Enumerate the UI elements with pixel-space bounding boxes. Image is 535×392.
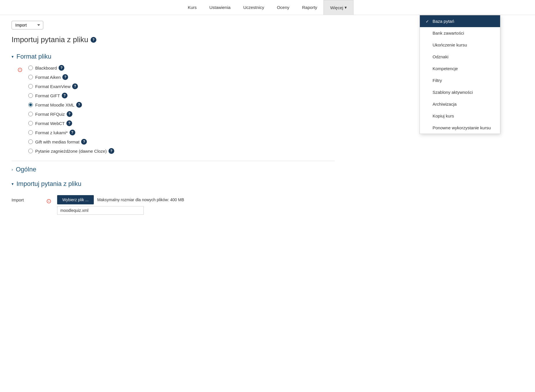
dropdown-item-baza-pytan[interactable]: ✓ Baza pytań	[420, 15, 500, 27]
radio-rfquiz[interactable]	[28, 112, 33, 116]
gift-medias-help-icon[interactable]: ?	[81, 139, 87, 145]
radio-cloze[interactable]	[28, 149, 33, 153]
radio-blackboard[interactable]	[28, 66, 33, 70]
radio-z-lukami-label: Format z lukami* ?	[35, 130, 75, 135]
format-pliku-content: ⊙ Blackboard ? Format Aiken ?	[12, 65, 335, 154]
radio-cloze-label: Pytanie zagnieżdżone (dawne Cloze) ?	[35, 148, 114, 154]
radio-webct[interactable]	[28, 121, 33, 126]
format-pliku-title: Format pliku	[16, 53, 51, 60]
wiecej-dropdown: ✓ Baza pytań Bank zawartości Ukończenie …	[420, 15, 500, 134]
moodle-xml-help-icon[interactable]: ?	[76, 102, 82, 108]
list-item: Blackboard ?	[28, 65, 114, 71]
dropdown-item-ukonczenie-kursu[interactable]: Ukończenie kursu	[420, 39, 500, 51]
list-item: Format GIFT ?	[28, 93, 114, 98]
format-pliku-section: ▾ Format pliku ⊙ Blackboard ? Format Aik…	[12, 53, 335, 154]
importuj-z-pliku-chevron: ▾	[12, 182, 14, 186]
radio-gift-medias-label: Gift with medias format ?	[35, 139, 87, 145]
list-item: Format WebCT ?	[28, 120, 114, 126]
list-item: Format RFQuiz ?	[28, 111, 114, 117]
dropdown-item-archiwizacja[interactable]: Archiwizacja	[420, 98, 500, 110]
nav-wiecej[interactable]: Więcej ▾	[323, 0, 353, 15]
list-item: Format z lukami* ?	[28, 130, 114, 135]
dropdown-item-kopiuj-kurs[interactable]: Kopiuj kurs	[420, 110, 500, 122]
dropdown-item-bank-zawartosci[interactable]: Bank zawartości	[420, 27, 500, 39]
radio-z-lukami[interactable]	[28, 130, 33, 135]
radio-rfquiz-label: Format RFQuiz ?	[35, 111, 72, 117]
ogolne-chevron: ›	[12, 167, 13, 172]
ogolne-header[interactable]: › Ogólne	[12, 161, 335, 173]
chevron-down-icon: ▾	[345, 5, 347, 10]
list-item: Pytanie zagnieżdżone (dawne Cloze) ?	[28, 148, 114, 154]
filename-input[interactable]	[57, 206, 144, 215]
ogolne-title: Ogólne	[16, 166, 36, 173]
format-pliku-chevron: ▾	[12, 54, 14, 59]
nav-kurs[interactable]: Kurs	[182, 0, 203, 14]
format-pliku-header[interactable]: ▾ Format pliku	[12, 53, 335, 60]
examview-help-icon[interactable]: ?	[72, 83, 78, 89]
dropdown-item-szablony-aktywnosci[interactable]: Szablony aktywności	[420, 86, 500, 98]
main-content: Import Importuj pytania z pliku ? ▾ Form…	[0, 15, 346, 230]
page-help-icon[interactable]: ?	[91, 37, 96, 43]
list-item: Format Moodle XML ?	[28, 102, 114, 108]
radio-examview[interactable]	[28, 84, 33, 89]
nav-raporty[interactable]: Raporty	[296, 0, 324, 14]
gift-help-icon[interactable]: ?	[62, 93, 68, 98]
nav-oceny[interactable]: Oceny	[270, 0, 295, 14]
nav-uczestnicy[interactable]: Uczestnicy	[237, 0, 271, 14]
format-error-icon: ⊙	[17, 66, 23, 74]
dropdown-item-kompetencje[interactable]: Kompetencje	[420, 63, 500, 74]
choose-file-button[interactable]: Wybierz plik ...	[57, 195, 94, 204]
blackboard-help-icon[interactable]: ?	[59, 65, 64, 71]
nav-items: Kurs Ustawienia Uczestnicy Oceny Raporty…	[182, 0, 354, 15]
radio-gift-label: Format GIFT ?	[35, 93, 68, 98]
list-item: Format ExamView ?	[28, 83, 114, 89]
check-icon: ✓	[426, 19, 430, 24]
webct-help-icon[interactable]: ?	[66, 120, 72, 126]
import-field-label: Import	[12, 195, 40, 202]
import-error-icon: ⊙	[46, 195, 51, 205]
max-size-text: Maksymalny rozmiar dla nowych plików: 40…	[97, 197, 184, 202]
dropdown-item-odznaki[interactable]: Odznaki	[420, 51, 500, 63]
radio-webct-label: Format WebCT ?	[35, 120, 72, 126]
top-navigation: Kurs Ustawienia Uczestnicy Oceny Raporty…	[0, 0, 535, 15]
list-item: Gift with medias format ?	[28, 139, 114, 145]
ogolne-section: › Ogólne	[12, 161, 335, 173]
radio-moodle-xml[interactable]	[28, 102, 33, 107]
importuj-z-pliku-section: ▾ Importuj pytania z pliku Import ⊙ Wybi…	[12, 180, 335, 218]
dropdown-item-filtry[interactable]: Filtry	[420, 74, 500, 86]
import-selector: Import	[12, 21, 335, 29]
radio-blackboard-label: Blackboard ?	[35, 65, 64, 71]
import-mode-select[interactable]: Import	[12, 21, 43, 29]
import-file-row: Import ⊙ Wybierz plik ... Maksymalny roz…	[12, 192, 335, 218]
nav-ustawienia[interactable]: Ustawienia	[203, 0, 237, 14]
radio-gift[interactable]	[28, 93, 33, 98]
format-radio-list: Blackboard ? Format Aiken ? Format ExamV…	[28, 65, 114, 154]
importuj-z-pliku-title: Importuj pytania z pliku	[16, 180, 81, 188]
page-title: Importuj pytania z pliku ?	[12, 35, 335, 44]
dropdown-item-ponowne-wykorzystanie[interactable]: Ponowne wykorzystanie kursu	[420, 122, 500, 134]
radio-moodle-xml-label: Format Moodle XML ?	[35, 102, 82, 108]
radio-aiken[interactable]	[28, 75, 33, 79]
list-item: Format Aiken ?	[28, 74, 114, 80]
radio-examview-label: Format ExamView ?	[35, 83, 78, 89]
rfquiz-help-icon[interactable]: ?	[67, 111, 72, 117]
importuj-z-pliku-header[interactable]: ▾ Importuj pytania z pliku	[12, 180, 335, 188]
z-lukami-help-icon[interactable]: ?	[70, 130, 75, 135]
radio-gift-medias[interactable]	[28, 139, 33, 144]
import-input-area: Wybierz plik ... Maksymalny rozmiar dla …	[57, 195, 184, 215]
file-area: Wybierz plik ... Maksymalny rozmiar dla …	[57, 195, 184, 204]
cloze-help-icon[interactable]: ?	[109, 148, 114, 154]
aiken-help-icon[interactable]: ?	[62, 74, 68, 80]
radio-aiken-label: Format Aiken ?	[35, 74, 68, 80]
